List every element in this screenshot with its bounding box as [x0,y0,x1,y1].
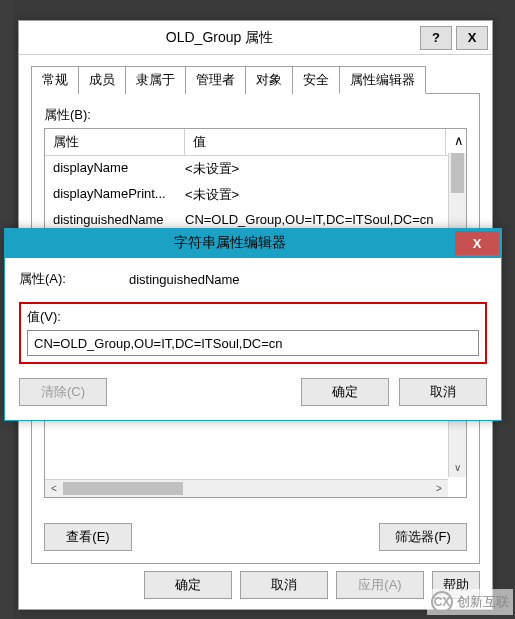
scroll-down-arrow[interactable]: ∨ [449,459,466,477]
tab-security[interactable]: 安全 [292,66,340,94]
grid-header: 属性 值 ∧ [45,129,466,156]
close-button[interactable]: X [456,26,488,50]
value-label: 值(V): [27,308,479,326]
editor-title: 字符串属性编辑器 [5,234,455,252]
tab-members[interactable]: 成员 [78,66,126,94]
string-editor-dialog: 字符串属性编辑器 X 属性(A): distinguishedName 值(V)… [4,228,502,421]
watermark-text: 创新互联 [457,593,509,611]
value-input[interactable] [27,330,479,356]
tab-object[interactable]: 对象 [245,66,293,94]
editor-close-button[interactable]: X [455,231,499,255]
editor-cancel-button[interactable]: 取消 [399,378,487,406]
editor-body: 属性(A): distinguishedName 值(V): 清除(C) 确定 … [5,258,501,420]
tab-general[interactable]: 常规 [31,66,79,94]
scroll-right-arrow[interactable]: > [430,480,448,497]
cell-value: <未设置> [185,186,458,204]
editor-ok-button[interactable]: 确定 [301,378,389,406]
tab-strip: 常规 成员 隶属于 管理者 对象 安全 属性编辑器 [31,65,480,94]
tab-managedby[interactable]: 管理者 [185,66,246,94]
properties-title: OLD_Group 属性 [19,29,420,47]
column-header-name[interactable]: 属性 [45,129,185,155]
scroll-up-arrow[interactable]: ∧ [446,129,466,155]
attribute-value: distinguishedName [129,272,240,287]
cell-value: <未设置> [185,160,458,178]
attributes-label: 属性(B): [44,106,467,124]
scroll-left-arrow[interactable]: < [45,480,63,497]
tab-memberof[interactable]: 隶属于 [125,66,186,94]
cell-name: displayName [53,160,185,178]
scroll-thumb[interactable] [63,482,183,495]
apply-button[interactable]: 应用(A) [336,571,424,599]
tab-attribute-editor[interactable]: 属性编辑器 [339,66,426,94]
horizontal-scrollbar[interactable]: < > [45,479,448,497]
scroll-thumb[interactable] [451,153,464,193]
ok-button[interactable]: 确定 [144,571,232,599]
table-row[interactable]: displayNamePrint...<未设置> [45,182,466,208]
watermark: CX 创新互联 [427,589,513,615]
value-highlight-box: 值(V): [19,302,487,364]
attribute-row: 属性(A): distinguishedName [19,270,487,288]
help-button[interactable]: ? [420,26,452,50]
cell-name: distinguishedName [53,212,185,227]
attribute-label: 属性(A): [19,270,129,288]
watermark-icon: CX [431,591,453,613]
view-button[interactable]: 查看(E) [44,523,132,551]
editor-titlebar[interactable]: 字符串属性编辑器 X [5,228,501,258]
table-row[interactable]: displayName<未设置> [45,156,466,182]
panel-button-row: 查看(E) 筛选器(F) [44,523,467,551]
clear-button[interactable]: 清除(C) [19,378,107,406]
filter-button[interactable]: 筛选器(F) [379,523,467,551]
cell-name: displayNamePrint... [53,186,185,204]
column-header-value[interactable]: 值 [185,129,446,155]
properties-titlebar[interactable]: OLD_Group 属性 ? X [19,21,492,55]
editor-button-row: 清除(C) 确定 取消 [19,378,487,406]
cell-value: CN=OLD_Group,OU=IT,DC=ITSoul,DC=cn [185,212,458,227]
cancel-button[interactable]: 取消 [240,571,328,599]
